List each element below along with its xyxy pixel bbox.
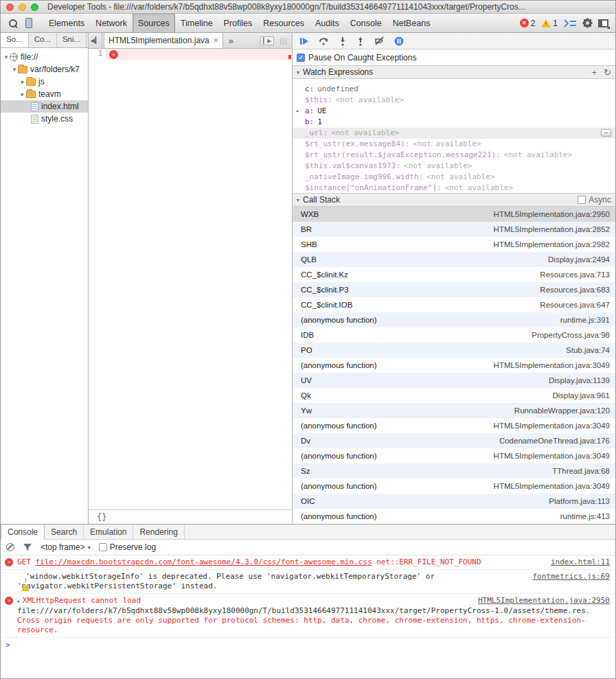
call-stack-frame[interactable]: POStub.java:74: [293, 343, 615, 358]
add-watch-icon[interactable]: +: [592, 68, 597, 77]
call-stack-frame[interactable]: CC_$clinit.KzResources.java:713: [293, 267, 615, 282]
expand-icon[interactable]: ▸: [19, 78, 26, 85]
tab-audits[interactable]: Audits: [310, 14, 345, 32]
inspect-element-icon[interactable]: [5, 16, 20, 30]
call-stack-header[interactable]: ▾ Call Stack Async: [293, 193, 615, 207]
call-stack-frame[interactable]: QkDisplay.java:961: [293, 388, 615, 403]
delete-watch-icon[interactable]: —: [601, 129, 611, 137]
message-url[interactable]: file://maxcdn.bootstrapcdn.com/font-awes…: [36, 557, 372, 566]
watch-expressions-header[interactable]: ▾ Watch Expressions + ↻: [293, 65, 615, 79]
tree-item-file-selected[interactable]: index.html: [1, 100, 88, 113]
dock-side-icon[interactable]: [598, 19, 608, 27]
clear-console-icon[interactable]: [6, 543, 14, 551]
line-number[interactable]: 1: [89, 49, 106, 60]
pause-on-caught-checkbox[interactable]: ✓: [297, 54, 305, 62]
resume-script-icon[interactable]: [299, 37, 309, 45]
drawer-tab-search[interactable]: Search: [45, 525, 84, 539]
frame-selector[interactable]: <top frame> ▾: [41, 542, 91, 552]
call-stack-frame[interactable]: (anonymous function)HTML5Implementation.…: [293, 358, 615, 373]
call-stack-frame[interactable]: IDBPropertyCross.java:98: [293, 327, 615, 343]
toggle-drawer-icon[interactable]: [564, 19, 577, 27]
drawer-tab-rendering[interactable]: Rendering: [133, 525, 184, 539]
tree-item-file[interactable]: style.css: [1, 113, 88, 125]
call-stack-frame[interactable]: (anonymous function)HTML5Implementation.…: [293, 448, 615, 463]
refresh-watch-icon[interactable]: ↻: [604, 68, 611, 77]
watch-expression[interactable]: c:undefined: [293, 84, 615, 95]
source-editor[interactable]: 1 ✕: [89, 49, 292, 509]
watch-expression[interactable]: _nativeImage.img996.width:<not available…: [293, 172, 615, 183]
step-over-icon[interactable]: [319, 36, 329, 45]
tree-item-folder[interactable]: ▸ js: [1, 76, 88, 88]
call-stack-frame[interactable]: (anonymous function)runtime.js:391: [293, 312, 615, 327]
watch-expression[interactable]: $rt_ustr(result.$javaException.message22…: [293, 150, 615, 161]
source-link[interactable]: fontmetrics.js:69: [532, 572, 610, 582]
collapse-icon[interactable]: ▾: [297, 197, 299, 203]
call-stack-frame[interactable]: WXBHTML5Implementation.java:2950: [293, 207, 615, 222]
watch-expression[interactable]: $this:<not available>: [293, 95, 615, 106]
step-out-icon[interactable]: [356, 36, 365, 46]
error-count-badge[interactable]: ✕ 2: [520, 19, 536, 28]
warning-count-badge[interactable]: ! 1: [541, 19, 558, 28]
tab-content-scripts[interactable]: Co...: [29, 33, 57, 47]
source-link[interactable]: index.html:11: [551, 557, 610, 567]
collapse-icon[interactable]: ▾: [297, 69, 299, 76]
drawer-tab-console[interactable]: Console: [1, 525, 45, 540]
tab-console[interactable]: Console: [345, 14, 387, 32]
call-stack-frame[interactable]: (anonymous function)HTML5Implementation.…: [293, 479, 615, 494]
pretty-print-button[interactable]: {}: [97, 512, 106, 522]
console-message-error[interactable]: ✕ index.html:11 GET file://maxcdn.bootst…: [1, 555, 615, 570]
watch-expression[interactable]: b:1: [293, 117, 615, 128]
call-stack-frame[interactable]: CC_$clinit.P3Resources.java:683: [293, 282, 615, 297]
expand-icon[interactable]: ▸: [19, 91, 26, 97]
async-checkbox[interactable]: [578, 196, 586, 204]
tab-resources[interactable]: Resources: [258, 14, 310, 32]
close-tab-icon[interactable]: ×: [214, 36, 218, 45]
tab-snippets[interactable]: Sni...: [57, 33, 87, 47]
editor-panel-toggle-icon[interactable]: ▎▶: [260, 36, 274, 45]
call-stack-frame[interactable]: (anonymous function)runtime.js:413: [293, 509, 615, 524]
call-stack-frame[interactable]: CC_$clinit.IOBResources.java:647: [293, 297, 615, 312]
tab-sources-files[interactable]: So...: [1, 33, 29, 47]
call-stack-frame[interactable]: BRHTML5Implementation.java:2852: [293, 222, 615, 237]
call-stack-frame[interactable]: DvCodenameOneThread.java:176: [293, 433, 615, 448]
tab-network[interactable]: Network: [90, 14, 133, 32]
watch-expression[interactable]: $instance["onAnimationFrame"]:<not avail…: [293, 183, 615, 193]
expand-icon[interactable]: ▸: [17, 598, 21, 604]
editor-tab[interactable]: HTML5Implementation.java ×: [104, 33, 223, 48]
deactivate-breakpoints-icon[interactable]: [374, 36, 385, 45]
preserve-log-checkbox[interactable]: [99, 543, 107, 551]
tree-item-origin[interactable]: ▾ file://: [1, 51, 88, 63]
source-link[interactable]: HTML5Implementation.java:2950: [478, 596, 610, 606]
watch-expression[interactable]: ▸ a:UE: [293, 106, 615, 117]
close-window-button[interactable]: [6, 3, 14, 11]
zoom-window-button[interactable]: [31, 3, 38, 11]
watch-expression[interactable]: $this.val$canvas1973:<not available>: [293, 161, 615, 172]
call-stack-frame[interactable]: SHBHTML5Implementation.java:2982: [293, 237, 615, 252]
watch-expression[interactable]: _url:<not available> —: [293, 128, 615, 139]
step-into-icon[interactable]: [339, 36, 347, 46]
tree-item-folder[interactable]: ▸ teavm: [1, 88, 88, 100]
call-stack-frame[interactable]: (anonymous function)HTML5Implementation.…: [293, 418, 615, 433]
tab-profiles[interactable]: Profiles: [218, 14, 258, 32]
show-navigator-icon[interactable]: ◀▎: [89, 33, 102, 48]
call-stack-frame[interactable]: YwRunnableWrapper.java:120: [293, 403, 615, 418]
drawer-tab-emulation[interactable]: Emulation: [84, 525, 133, 539]
minimize-window-button[interactable]: [19, 3, 26, 11]
settings-gear-icon[interactable]: [583, 19, 592, 27]
collapse-icon[interactable]: ▾: [3, 54, 10, 60]
splitter-grip-icon[interactable]: |||: [280, 36, 288, 45]
pause-on-exceptions-icon[interactable]: [394, 36, 404, 46]
collapse-icon[interactable]: ▾: [11, 66, 18, 73]
tab-netbeans[interactable]: NetBeans: [387, 14, 436, 32]
tree-item-folder[interactable]: ▾ var/folders/k7: [1, 63, 88, 76]
console-prompt[interactable]: >: [1, 638, 615, 653]
tab-sources[interactable]: Sources: [133, 14, 175, 32]
call-stack-frame[interactable]: SzTThread.java:68: [293, 463, 615, 479]
device-mode-icon[interactable]: [21, 16, 36, 30]
call-stack-frame[interactable]: OICPlatform.java:113: [293, 494, 615, 509]
watch-expression[interactable]: $rt_ustr(ex.message84):<not available>: [293, 139, 615, 150]
tab-timeline[interactable]: Timeline: [175, 14, 218, 32]
expand-icon[interactable]: ▸: [296, 106, 299, 117]
filter-icon[interactable]: [23, 543, 32, 551]
console-message-warning[interactable]: ! fontmetrics.js:69 'window.webkitStorag…: [1, 570, 615, 594]
